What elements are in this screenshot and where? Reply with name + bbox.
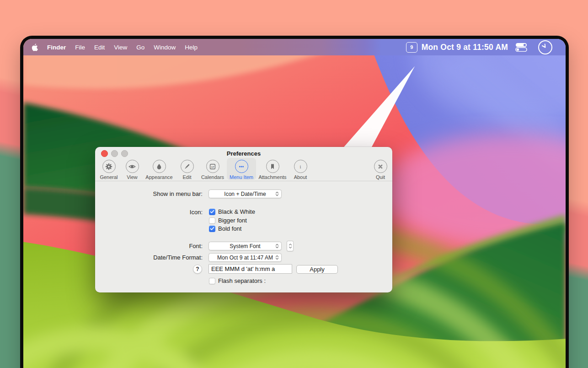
chevron-up-down-icon — [289, 243, 292, 249]
control-center-icon[interactable] — [515, 43, 528, 52]
check-icon — [210, 210, 214, 214]
menu-item-view[interactable]: View — [114, 44, 127, 51]
font-size-stepper[interactable] — [287, 241, 294, 251]
show-in-menu-bar-label: Show in menu bar: — [95, 190, 203, 198]
checkbox-black-and-white[interactable]: Black & White — [209, 208, 255, 215]
checkbox-bigger-font[interactable]: Bigger font — [209, 217, 247, 224]
preferences-form: Show in menu bar: Icon + Date/Time Icon:… — [95, 147, 392, 292]
check-icon — [210, 227, 214, 231]
menu-item-go[interactable]: Go — [136, 44, 144, 51]
apple-menu[interactable] — [31, 43, 38, 51]
chevron-up-down-icon — [275, 255, 279, 260]
calendar-day-icon[interactable]: 9 — [406, 42, 417, 53]
chevron-up-down-icon — [275, 244, 279, 249]
format-input[interactable] — [208, 264, 292, 274]
show-in-menu-bar-popup[interactable]: Icon + Date/Time — [208, 189, 282, 198]
checkbox-box[interactable] — [209, 217, 215, 224]
checkbox-box[interactable] — [209, 226, 215, 232]
clock-icon[interactable] — [538, 40, 553, 55]
preferences-window: Preferences General — [95, 147, 392, 292]
apple-logo-icon — [31, 43, 38, 51]
font-popup[interactable]: System Font — [208, 242, 282, 250]
checkbox-box[interactable] — [209, 209, 215, 215]
icon-label: Icon: — [95, 208, 203, 216]
menu-item-help[interactable]: Help — [185, 44, 198, 51]
checkbox-box[interactable] — [209, 278, 215, 284]
menu-item-edit[interactable]: Edit — [94, 44, 105, 51]
apply-button[interactable]: Apply — [296, 265, 338, 274]
help-button[interactable]: ? — [193, 265, 202, 274]
datetime-format-popup[interactable]: Mon Oct 9 at 11:47 AM — [208, 253, 282, 262]
menu-item-window[interactable]: Window — [154, 44, 176, 51]
datetime-format-label: Date/Time Format: — [95, 254, 203, 261]
desktop-backdrop: Finder File Edit View Go Window Help 9 M… — [0, 0, 588, 368]
font-label: Font: — [95, 242, 203, 250]
checkbox-bold-font[interactable]: Bold font — [209, 225, 241, 232]
checkbox-flash-separators[interactable]: Flash separators : — [209, 277, 266, 284]
menu-item-file[interactable]: File — [75, 44, 85, 51]
menubar-datetime[interactable]: Mon Oct 9 at 11:50 AM — [422, 43, 508, 52]
chevron-up-down-icon — [275, 191, 279, 196]
menu-item-finder[interactable]: Finder — [47, 44, 66, 51]
menu-bar: Finder File Edit View Go Window Help 9 M… — [23, 39, 566, 55]
